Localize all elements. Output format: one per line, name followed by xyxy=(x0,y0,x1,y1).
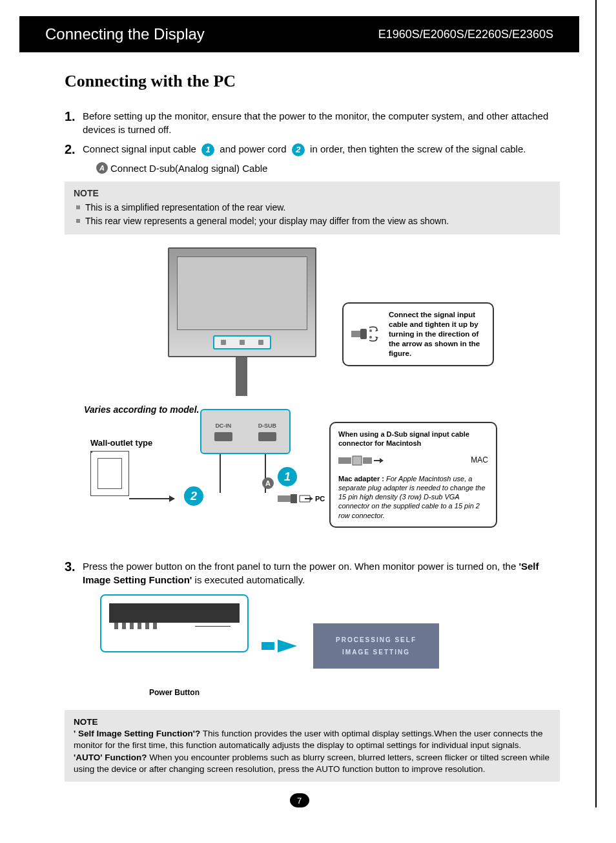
section-title: Connecting with the PC xyxy=(65,72,560,91)
note-box-2: NOTE ' Self Image Setting Function'? Thi… xyxy=(65,710,560,782)
power-button-label: Power Button xyxy=(149,688,200,697)
text-part: and power cord xyxy=(220,143,289,154)
front-panel-icon xyxy=(100,594,249,652)
text-part: Press the power button on the front pane… xyxy=(83,561,518,572)
mac-adapter-row: MAC xyxy=(338,453,488,468)
monitor-screen xyxy=(177,256,307,330)
text-part: is executed automatically. xyxy=(195,574,305,585)
osd-line1: PROCESSING SELF xyxy=(336,636,416,643)
text-part: Connect signal input cable xyxy=(83,143,199,154)
badge-a-icon: A xyxy=(262,477,274,489)
callout-tighten: Connect the signal input cable and tight… xyxy=(342,302,494,366)
port-label: D-SUB xyxy=(258,422,277,429)
svg-rect-8 xyxy=(363,457,372,464)
note-box-1: NOTE This is a simplified representation… xyxy=(65,182,560,234)
port-panel: DC-IN D-SUB xyxy=(200,409,291,454)
svg-rect-7 xyxy=(353,456,362,465)
connection-diagram: Varies according to model. DC-IN D-SUB W… xyxy=(65,247,560,551)
note-title: NOTE xyxy=(74,716,551,728)
monitor-icon xyxy=(168,247,316,357)
cable-line xyxy=(220,454,221,493)
callout-heading: When using a D-Sub signal input cable co… xyxy=(338,430,488,448)
step-number: 1. xyxy=(65,107,79,136)
note-question: ' Self Image Setting Function'? xyxy=(74,729,200,738)
callout-mac: When using a D-Sub signal input cable co… xyxy=(329,422,497,528)
power-button-panel: Power Button xyxy=(100,594,249,697)
connector-icon xyxy=(278,493,313,505)
note-title: NOTE xyxy=(74,188,551,198)
badge-1-icon: 1 xyxy=(278,467,297,486)
step-number: 3. xyxy=(65,557,79,587)
screw-connector-icon xyxy=(351,324,382,344)
badge-2-icon: 2 xyxy=(184,486,203,506)
mac-label: MAC xyxy=(471,455,488,466)
page: Connecting the Display E1960S/E2060S/E22… xyxy=(19,0,597,807)
step-1: 1. Before setting up the monitor, ensure… xyxy=(65,107,560,136)
sub-step-text: Connect D-sub(Analog signal) Cable xyxy=(110,163,267,174)
port-dsub: D-SUB xyxy=(258,422,277,441)
step-text: Press the power button on the front pane… xyxy=(83,557,560,587)
wall-outlet-icon xyxy=(90,451,129,496)
step-2: 2. Connect signal input cable 1 and powe… xyxy=(65,140,560,158)
step-text: Before setting up the monitor, ensure th… xyxy=(83,107,560,136)
power-diagram: Power Button PROCESSING SELF IMAGE SETTI… xyxy=(100,594,560,697)
svg-rect-0 xyxy=(278,495,291,502)
page-number-wrap: 7 xyxy=(19,793,579,807)
note-question: 'AUTO' Function? xyxy=(74,753,147,762)
svg-point-5 xyxy=(369,336,372,338)
svg-rect-2 xyxy=(351,331,360,337)
badge-1-icon: 1 xyxy=(201,143,214,156)
cable-line xyxy=(129,498,174,499)
port-dcin: DC-IN xyxy=(214,422,232,441)
text-part: in order, then tighten the screw of the … xyxy=(310,143,526,154)
note-line: This rear view represents a general mode… xyxy=(74,214,551,228)
header-models: E1960S/E2060S/E2260S/E2360S xyxy=(378,28,553,41)
note-line: This is a simplified representation of t… xyxy=(74,201,551,214)
osd-line2: IMAGE SETTING xyxy=(342,649,410,656)
mac-adapter-icon xyxy=(338,453,384,468)
note-text: This rear view represents a general mode… xyxy=(85,214,449,228)
mac-adapter-desc: Mac adapter : For Apple Macintosh use, a… xyxy=(338,474,488,520)
pc-label: PC xyxy=(315,495,325,503)
svg-rect-6 xyxy=(338,457,351,464)
header-bar: Connecting the Display E1960S/E2060S/E22… xyxy=(19,16,579,52)
step-text: Connect signal input cable 1 and power c… xyxy=(83,140,560,158)
arrow-icon xyxy=(169,495,175,502)
svg-point-4 xyxy=(369,329,372,332)
monitor-ports-highlight xyxy=(213,335,271,349)
port-label: DC-IN xyxy=(215,422,231,429)
badge-a-icon: A xyxy=(96,162,108,174)
page-number: 7 xyxy=(290,793,309,807)
badge-2-icon: 2 xyxy=(292,143,305,156)
adapter-label: Mac adapter : xyxy=(338,475,386,483)
sub-step-a: A Connect D-sub(Analog signal) Cable xyxy=(94,162,560,174)
label-wall-outlet: Wall-outlet type xyxy=(90,438,152,448)
svg-rect-3 xyxy=(360,329,367,339)
monitor-stand xyxy=(236,357,247,396)
callout-text: Connect the signal input cable and tight… xyxy=(389,310,485,359)
label-varies: Varies according to model. xyxy=(84,404,199,415)
header-title: Connecting the Display xyxy=(45,25,205,43)
step-number: 2. xyxy=(65,140,79,158)
note-content: ' Self Image Setting Function'? This fun… xyxy=(74,728,551,775)
arrow-icon xyxy=(262,640,300,652)
content: Connecting with the PC 1. Before setting… xyxy=(19,72,579,782)
svg-rect-1 xyxy=(291,494,297,503)
step-3: 3. Press the power button on the front p… xyxy=(65,557,560,587)
note-text: This is a simplified representation of t… xyxy=(85,201,285,214)
osd-message: PROCESSING SELF IMAGE SETTING xyxy=(313,623,439,669)
